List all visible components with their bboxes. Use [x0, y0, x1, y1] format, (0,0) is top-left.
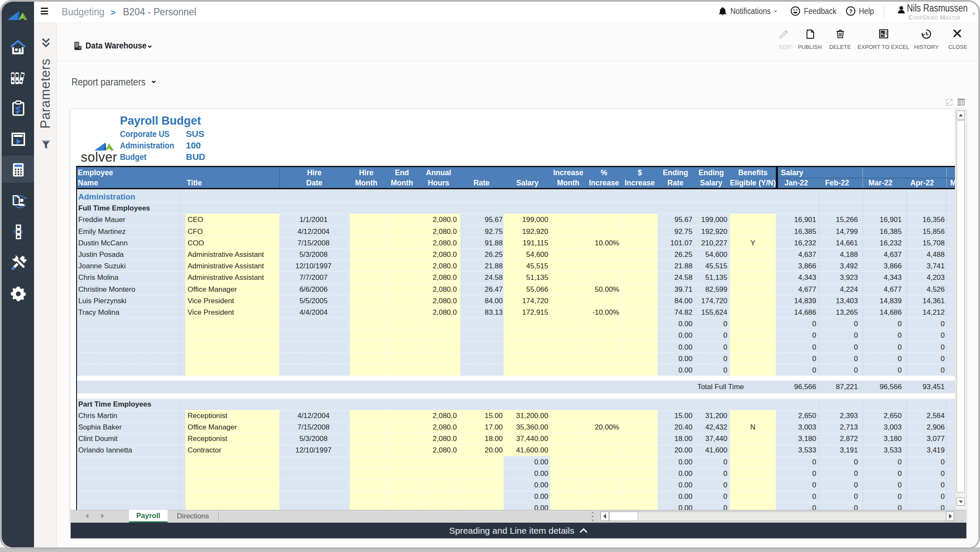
- svg-text:?: ?: [849, 8, 852, 14]
- svg-text:Xₓ: Xₓ: [881, 32, 885, 36]
